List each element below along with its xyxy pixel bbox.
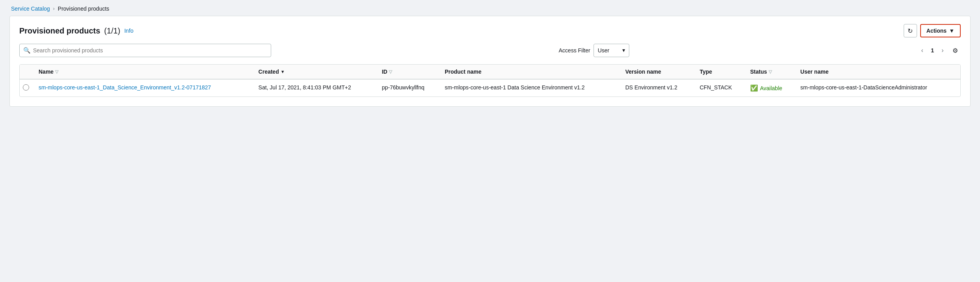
th-id: ID ▽	[377, 65, 440, 79]
panel-header: Provisioned products (1/1) Info ↻ Action…	[19, 24, 961, 37]
access-filter-select[interactable]: User Account Role	[594, 44, 629, 57]
toolbar-row: 🔍 Access Filter User Account Role ▼ ‹ 1 …	[19, 44, 961, 57]
panel-title-group: Provisioned products (1/1) Info	[19, 26, 133, 35]
breadcrumb-current-page: Provisioned products	[58, 6, 109, 12]
th-checkbox	[20, 65, 34, 79]
provisioned-products-table: Name ▽ Created ▼ ID ▽	[20, 65, 960, 96]
th-version-name-label: Version name	[625, 69, 661, 75]
search-input[interactable]	[19, 44, 271, 57]
refresh-icon: ↻	[908, 27, 913, 35]
table-wrapper: Name ▽ Created ▼ ID ▽	[19, 64, 961, 97]
settings-icon: ⚙	[952, 47, 958, 54]
panel-title: Provisioned products	[19, 26, 100, 35]
row-status-cell-0: ✅ Available	[745, 79, 796, 96]
row-radio-0[interactable]	[23, 84, 29, 91]
th-id-sort-icon[interactable]: ▽	[389, 69, 392, 74]
filter-select-wrapper: User Account Role ▼	[594, 44, 629, 57]
row-version-name-cell-0: DS Environment v1.2	[621, 79, 695, 96]
th-product-name-label: Product name	[445, 69, 481, 75]
th-name-label: Name	[39, 69, 54, 75]
panel-count: (1/1)	[104, 26, 120, 35]
main-panel: Provisioned products (1/1) Info ↻ Action…	[9, 16, 971, 107]
th-status-sort-icon[interactable]: ▽	[769, 69, 772, 74]
status-available-icon: ✅	[750, 84, 758, 92]
table-header-row: Name ▽ Created ▼ ID ▽	[20, 65, 960, 79]
table-settings-button[interactable]: ⚙	[950, 45, 961, 56]
th-type: Type	[695, 65, 745, 79]
page-next-button[interactable]: ›	[937, 45, 948, 56]
th-status: Status ▽	[745, 65, 796, 79]
info-link[interactable]: Info	[124, 28, 133, 34]
search-wrapper: 🔍	[19, 44, 271, 57]
refresh-button[interactable]: ↻	[904, 24, 917, 37]
th-user-name-label: User name	[801, 69, 829, 75]
row-created-cell-0: Sat, Jul 17, 2021, 8:41:03 PM GMT+2	[254, 79, 377, 96]
actions-arrow-icon: ▼	[949, 28, 954, 34]
th-status-label: Status	[750, 69, 767, 75]
row-radio-cell	[20, 79, 34, 96]
access-filter-label: Access Filter	[559, 47, 590, 54]
panel-actions-group: ↻ Actions ▼	[904, 24, 961, 37]
status-available-label: Available	[760, 85, 782, 91]
row-name-cell-0: sm-mlops-core-us-east-1_Data_Science_Env…	[34, 79, 254, 96]
page-prev-button[interactable]: ‹	[917, 45, 928, 56]
row-name-link-0[interactable]: sm-mlops-core-us-east-1_Data_Science_Env…	[39, 84, 211, 91]
row-type-cell-0: CFN_STACK	[695, 79, 745, 96]
th-type-label: Type	[700, 69, 712, 75]
th-version-name: Version name	[621, 65, 695, 79]
breadcrumb-separator: ›	[53, 6, 55, 11]
breadcrumb-service-catalog-link[interactable]: Service Catalog	[11, 6, 50, 12]
th-name: Name ▽	[34, 65, 254, 79]
th-user-name: User name	[796, 65, 960, 79]
th-id-label: ID	[382, 69, 387, 75]
page-number: 1	[929, 47, 936, 54]
pagination-group: ‹ 1 › ⚙	[917, 45, 961, 56]
filter-group: Access Filter User Account Role ▼	[559, 44, 629, 57]
th-created: Created ▼	[254, 65, 377, 79]
prev-icon: ‹	[921, 47, 923, 54]
th-created-label: Created	[259, 69, 279, 75]
actions-button[interactable]: Actions ▼	[920, 24, 961, 37]
row-product-name-cell-0: sm-mlops-core-us-east-1 Data Science Env…	[440, 79, 621, 96]
actions-label: Actions	[926, 28, 947, 34]
th-name-sort-icon[interactable]: ▽	[55, 69, 58, 74]
row-id-cell-0: pp-76buwvkyllfnq	[377, 79, 440, 96]
table-row: sm-mlops-core-us-east-1_Data_Science_Env…	[20, 79, 960, 96]
row-user-name-cell-0: sm-mlops-core-us-east-1-DataScienceAdmin…	[796, 79, 960, 96]
next-icon: ›	[941, 47, 943, 54]
th-product-name: Product name	[440, 65, 621, 79]
th-created-sort-icon[interactable]: ▼	[281, 69, 285, 74]
breadcrumb: Service Catalog › Provisioned products	[0, 0, 980, 16]
